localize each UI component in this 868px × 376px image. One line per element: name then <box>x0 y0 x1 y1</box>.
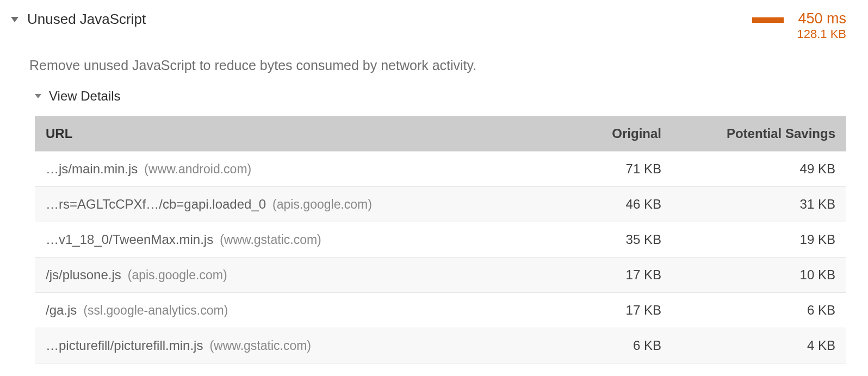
url-domain: (www.android.com) <box>144 162 251 177</box>
table-header-row: URL Original Potential Savings <box>35 116 846 152</box>
cell-savings: 31 KB <box>661 197 835 212</box>
cell-url[interactable]: /js/plusone.js (apis.google.com) <box>46 267 547 283</box>
audit-stats: 450 ms 128.1 KB <box>752 11 846 41</box>
cell-savings: 6 KB <box>661 303 835 318</box>
url-domain: (apis.google.com) <box>128 268 227 283</box>
details-section: View Details URL Original Potential Savi… <box>35 89 846 364</box>
table-row: …v1_18_0/TweenMax.min.js (www.gstatic.co… <box>35 222 846 258</box>
table-row: …picturefill/picturefill.min.js (www.gst… <box>35 328 846 364</box>
url-path: …rs=AGLTcCPXf…/cb=gapi.loaded_0 <box>46 197 266 212</box>
cell-savings: 19 KB <box>661 232 835 247</box>
details-label: View Details <box>49 89 121 104</box>
url-path: /js/plusone.js <box>46 267 121 283</box>
audit-title: Unused JavaScript <box>27 11 146 28</box>
chevron-down-icon[interactable] <box>11 17 18 22</box>
cell-url[interactable]: …rs=AGLTcCPXf…/cb=gapi.loaded_0 (apis.go… <box>46 197 547 212</box>
cell-url[interactable]: …picturefill/picturefill.min.js (www.gst… <box>46 338 547 353</box>
cell-url[interactable]: …v1_18_0/TweenMax.min.js (www.gstatic.co… <box>46 232 547 247</box>
table-row: /js/plusone.js (apis.google.com) 17 KB 1… <box>35 258 846 293</box>
cell-original: 35 KB <box>547 232 661 247</box>
cell-original: 71 KB <box>547 161 661 177</box>
stat-values: 450 ms 128.1 KB <box>797 11 846 41</box>
cell-original: 6 KB <box>547 338 661 353</box>
audit-header: Unused JavaScript 450 ms 128.1 KB <box>11 11 846 41</box>
cell-url[interactable]: /ga.js (ssl.google-analytics.com) <box>46 303 547 318</box>
url-path: …picturefill/picturefill.min.js <box>46 338 203 353</box>
cell-savings: 4 KB <box>661 338 835 353</box>
header-savings: Potential Savings <box>661 126 835 141</box>
details-table: URL Original Potential Savings …js/main.… <box>35 116 846 364</box>
url-path: /ga.js <box>46 303 77 318</box>
url-domain: (ssl.google-analytics.com) <box>83 303 228 318</box>
url-path: …v1_18_0/TweenMax.min.js <box>46 232 213 247</box>
url-domain: (www.gstatic.com) <box>209 339 311 353</box>
stat-size: 128.1 KB <box>797 27 846 41</box>
table-row: …rs=AGLTcCPXf…/cb=gapi.loaded_0 (apis.go… <box>35 187 846 222</box>
savings-bar <box>752 17 784 23</box>
audit-description: Remove unused JavaScript to reduce bytes… <box>29 58 846 73</box>
cell-savings: 49 KB <box>661 161 835 177</box>
header-original: Original <box>547 126 661 141</box>
table-row: /ga.js (ssl.google-analytics.com) 17 KB … <box>35 293 846 328</box>
chevron-down-icon <box>35 94 41 98</box>
cell-original: 17 KB <box>547 303 661 318</box>
cell-url[interactable]: …js/main.min.js (www.android.com) <box>46 161 547 177</box>
cell-original: 46 KB <box>547 197 661 212</box>
cell-original: 17 KB <box>547 267 661 283</box>
stat-time: 450 ms <box>797 11 846 27</box>
header-url: URL <box>46 126 547 141</box>
details-toggle[interactable]: View Details <box>35 89 846 104</box>
url-domain: (apis.google.com) <box>272 197 372 212</box>
url-domain: (www.gstatic.com) <box>220 233 321 247</box>
audit-container: Unused JavaScript 450 ms 128.1 KB Remove… <box>11 11 846 364</box>
url-path: …js/main.min.js <box>46 161 138 177</box>
table-row: …js/main.min.js (www.android.com) 71 KB … <box>35 152 846 187</box>
cell-savings: 10 KB <box>661 267 835 283</box>
audit-title-row[interactable]: Unused JavaScript <box>11 11 146 28</box>
